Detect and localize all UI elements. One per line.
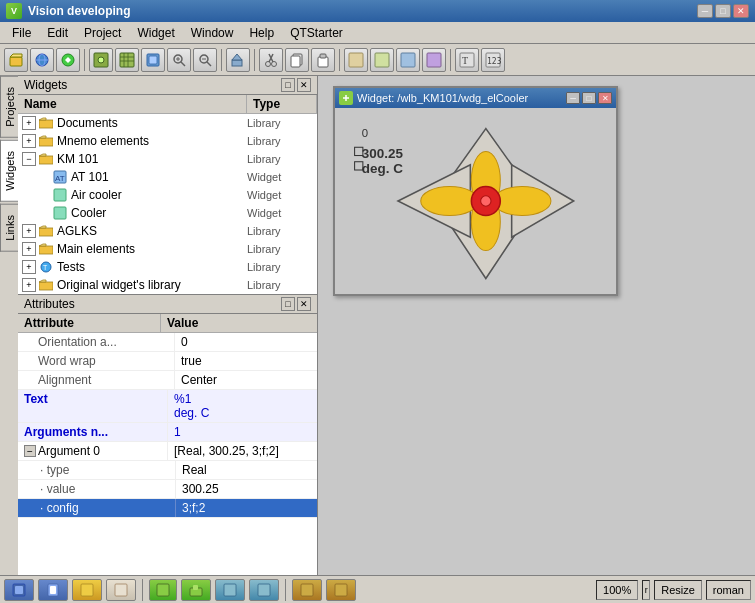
tree-item-at101[interactable]: + AT AT 101 Widget [18,168,317,186]
status-resize: Resize [654,580,702,600]
menu-project[interactable]: Project [76,24,129,42]
toolbar-paste-btn[interactable] [311,48,335,72]
toolbar-copy-btn[interactable] [285,48,309,72]
menu-file[interactable]: File [4,24,39,42]
svg-point-24 [272,61,277,66]
expand-km101[interactable]: − [22,152,36,166]
attributes-panel: Attributes □ ✕ Attribute Value Orientati… [18,295,317,575]
attr-value-alignment: Center [175,371,317,389]
attr-row-orientation[interactable]: Orientation a... 0 [18,333,317,352]
toolbar-zoom-btn[interactable] [167,48,191,72]
svg-rect-39 [54,189,66,201]
attr-row-wordwrap[interactable]: Word wrap true [18,352,317,371]
toolbar-app-btn[interactable] [56,48,80,72]
maximize-button[interactable]: □ [715,4,731,18]
attr-row-arg0[interactable]: − Argument 0 [Real, 300.25, 3;f;2] [18,442,317,461]
toolbar-text-btn[interactable]: T [455,48,479,72]
tree-item-mnemo[interactable]: + Mnemo elements Library [18,132,317,150]
attributes-scroll[interactable]: Orientation a... 0 Word wrap true Alignm… [18,333,317,575]
toolbar-undo-btn[interactable] [344,48,368,72]
tree-item-mainelements[interactable]: + Main elements Library [18,240,317,258]
status-bar: 100% r Resize roman [0,575,755,603]
tab-projects[interactable]: Projects [0,76,18,138]
cooler-svg: 0 300.25 deg. C [335,108,616,294]
svg-text:deg. C: deg. C [362,161,403,176]
attr-label-orientation: Orientation a... [18,333,175,351]
toolbar-globe-btn[interactable] [30,48,54,72]
attr-row-config[interactable]: · config 3;f;2 [18,499,317,518]
expand-original[interactable]: + [22,278,36,292]
toolbar-cut-btn[interactable] [259,48,283,72]
attr-label-type: · type [18,461,176,479]
tree-item-cooler[interactable]: + Cooler Widget [18,204,317,222]
expand-mainelements[interactable]: + [22,242,36,256]
minimize-button[interactable]: ─ [697,4,713,18]
status-btn-8[interactable] [249,579,279,601]
tree-item-km101[interactable]: − KM 101 Library [18,150,317,168]
status-btn-6[interactable] [181,579,211,601]
toolbar-img3-btn[interactable] [396,48,420,72]
expand-tests[interactable]: + [22,260,36,274]
tab-links[interactable]: Links [0,204,18,252]
widget-at101-icon: AT [52,169,68,185]
attr-value-config: 3;f;2 [176,499,317,517]
attr-row-value[interactable]: · value 300.25 [18,480,317,499]
menu-help[interactable]: Help [241,24,282,42]
svg-rect-0 [10,57,22,66]
tree-item-aircooler[interactable]: + Air cooler Widget [18,186,317,204]
attributes-expand-btn[interactable]: □ [281,297,295,311]
menu-qtstarter[interactable]: QTStarter [282,24,351,42]
toolbar-grid-btn[interactable] [115,48,139,72]
status-btn-1[interactable] [4,579,34,601]
toolbar-value-btn[interactable]: 123 [481,48,505,72]
tree-area[interactable]: + Documents Library + Mnemo elements Lib… [18,114,317,294]
toolbar-sep-5 [450,49,451,71]
toolbar-widget-btn[interactable] [141,48,165,72]
widget-close-btn[interactable]: ✕ [598,92,612,104]
expand-aglks[interactable]: + [22,224,36,238]
toolbar-img2-btn[interactable] [370,48,394,72]
tree-header-name: Name [18,95,247,113]
toolbar-open-btn[interactable] [4,48,28,72]
status-btn-3[interactable] [72,579,102,601]
window-controls: ─ □ ✕ [697,4,749,18]
toolbar-img4-btn[interactable] [422,48,446,72]
attributes-close-btn[interactable]: ✕ [297,297,311,311]
tree-item-documents[interactable]: + Documents Library [18,114,317,132]
menu-window[interactable]: Window [183,24,242,42]
attr-row-argn[interactable]: Arguments n... 1 [18,423,317,442]
svg-point-58 [421,187,479,216]
widget-title-bar: Widget: /wlb_KM101/wdg_elCooler ─ □ ✕ [335,88,616,108]
status-btn-5[interactable] [149,579,177,601]
widgets-expand-btn[interactable]: □ [281,78,295,92]
toolbar-zoom-fit-btn[interactable] [193,48,217,72]
widget-minimize-btn[interactable]: ─ [566,92,580,104]
tree-item-tests[interactable]: + T Tests Library [18,258,317,276]
status-btn-2[interactable] [38,579,68,601]
menu-edit[interactable]: Edit [39,24,76,42]
widgets-close-btn[interactable]: ✕ [297,78,311,92]
left-panel: Widgets □ ✕ Name Type + Documents [18,76,318,575]
attr-row-text[interactable]: Text %1deg. C [18,390,317,423]
attr-row-type[interactable]: · type Real [18,461,317,480]
menu-widget[interactable]: Widget [129,24,182,42]
widget-maximize-btn[interactable]: □ [582,92,596,104]
status-btn-4[interactable] [106,579,136,601]
attr-row-alignment[interactable]: Alignment Center [18,371,317,390]
tree-item-original[interactable]: + Original widget's library Library [18,276,317,294]
tree-item-at101-label: AT 101 [71,170,247,184]
close-button[interactable]: ✕ [733,4,749,18]
svg-rect-63 [15,586,23,594]
tab-widgets[interactable]: Widgets [0,140,18,202]
toolbar-gear-btn[interactable] [89,48,113,72]
expand-documents[interactable]: + [22,116,36,130]
status-btn-9[interactable] [292,579,322,601]
svg-text:T: T [462,55,468,66]
tree-item-aglks[interactable]: + AGLKS Library [18,222,317,240]
svg-rect-7 [120,53,134,67]
expand-mnemo[interactable]: + [22,134,36,148]
toolbar-edit-btn[interactable] [226,48,250,72]
main-content: Projects Widgets Links Widgets □ ✕ Name … [0,76,755,575]
status-btn-10[interactable] [326,579,356,601]
status-btn-7[interactable] [215,579,245,601]
